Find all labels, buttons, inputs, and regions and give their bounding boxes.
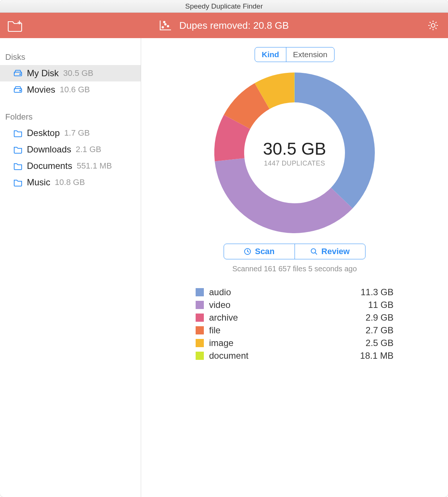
- legend-size: 18.1 MB: [360, 351, 393, 361]
- stats-icon: [159, 20, 172, 31]
- view-mode-segmented: Kind Extension: [255, 47, 335, 62]
- scan-button-label: Scan: [255, 247, 275, 256]
- disk-icon: [13, 69, 22, 77]
- donut-slice-audio[interactable]: [295, 72, 375, 209]
- sidebar-item-label: Downloads: [27, 144, 71, 155]
- svg-point-5: [164, 21, 165, 23]
- legend-swatch: [196, 314, 204, 322]
- sidebar-item-size: 10.8 GB: [55, 178, 85, 187]
- legend-name: video: [209, 300, 363, 310]
- content: Disks My Disk30.5 GBMovies10.6 GB Folder…: [0, 38, 448, 497]
- svg-point-6: [431, 24, 435, 27]
- legend-size: 2.9 GB: [365, 312, 393, 323]
- sidebar-disk-item[interactable]: Movies10.6 GB: [0, 81, 141, 98]
- legend-row[interactable]: image2.5 GB: [196, 337, 393, 349]
- svg-point-2: [162, 27, 164, 28]
- tab-kind[interactable]: Kind: [255, 47, 286, 62]
- tab-extension[interactable]: Extension: [286, 47, 334, 62]
- sidebar-disk-item[interactable]: My Disk30.5 GB: [0, 65, 141, 81]
- legend-size: 11 GB: [368, 300, 393, 310]
- donut-chart: 30.5 GB 1447 DUPLICATES: [211, 69, 379, 237]
- sidebar-item-size: 30.5 GB: [63, 68, 93, 78]
- legend-swatch: [196, 288, 204, 296]
- sidebar-item-size: 2.1 GB: [76, 145, 101, 154]
- gear-icon: [427, 19, 439, 32]
- sidebar-folder-item[interactable]: Downloads2.1 GB: [0, 141, 141, 158]
- legend-name: archive: [209, 312, 360, 323]
- sidebar-item-size: 1.7 GB: [64, 128, 90, 138]
- legend-swatch: [196, 301, 204, 309]
- svg-line-13: [315, 253, 317, 254]
- legend-row[interactable]: document18.1 MB: [196, 349, 393, 362]
- scan-icon: [244, 248, 251, 255]
- legend-name: image: [209, 338, 360, 348]
- donut-slice-video[interactable]: [215, 158, 352, 233]
- legend-row[interactable]: archive2.9 GB: [196, 311, 393, 324]
- legend-swatch: [196, 339, 204, 347]
- sidebar-folder-item[interactable]: Music10.8 GB: [0, 174, 141, 191]
- svg-point-10: [20, 90, 21, 91]
- legend-row[interactable]: audio11.3 GB: [196, 286, 393, 299]
- sidebar: Disks My Disk30.5 GBMovies10.6 GB Folder…: [0, 38, 141, 497]
- sidebar-item-label: Desktop: [27, 128, 60, 138]
- legend-swatch: [196, 352, 204, 360]
- add-folder-icon: [7, 19, 23, 32]
- legend-swatch: [196, 326, 204, 334]
- dupes-removed-label: Dupes removed: 20.8 GB: [179, 20, 289, 31]
- legend-size: 11.3 GB: [361, 287, 393, 297]
- scan-status: Scanned 161 657 files 5 seconds ago: [232, 265, 357, 273]
- legend-name: audio: [209, 287, 355, 297]
- folder-icon: [13, 145, 22, 154]
- settings-button[interactable]: [427, 19, 439, 32]
- window-titlebar: Speedy Duplicate Finder: [0, 0, 448, 13]
- sidebar-item-label: My Disk: [27, 68, 59, 78]
- action-buttons: Scan Review: [224, 244, 365, 259]
- legend: audio11.3 GBvideo11 GBarchive2.9 GBfile2…: [196, 286, 393, 362]
- folder-icon: [13, 129, 22, 137]
- disk-icon: [13, 86, 22, 94]
- legend-name: file: [209, 325, 360, 336]
- svg-point-12: [311, 249, 315, 253]
- legend-row[interactable]: file2.7 GB: [196, 324, 393, 337]
- toolbar: Dupes removed: 20.8 GB: [0, 13, 448, 38]
- legend-size: 2.7 GB: [365, 325, 393, 336]
- sidebar-section-disks: Disks: [0, 45, 141, 65]
- scan-button[interactable]: Scan: [224, 244, 295, 259]
- add-folder-button[interactable]: [7, 19, 23, 32]
- review-button[interactable]: Review: [295, 244, 365, 259]
- sidebar-item-label: Music: [27, 177, 50, 188]
- svg-point-8: [20, 74, 21, 75]
- sidebar-item-label: Documents: [27, 161, 72, 171]
- sidebar-item-size: 551.1 MB: [77, 161, 112, 171]
- window-title: Speedy Duplicate Finder: [185, 2, 263, 10]
- folder-icon: [13, 178, 22, 186]
- folder-icon: [13, 162, 22, 170]
- svg-point-3: [165, 24, 166, 25]
- review-button-label: Review: [321, 247, 350, 256]
- sidebar-folder-item[interactable]: Desktop1.7 GB: [0, 125, 141, 141]
- sidebar-section-folders: Folders: [0, 105, 141, 125]
- svg-point-4: [167, 25, 169, 27]
- sidebar-folder-item[interactable]: Documents551.1 MB: [0, 158, 141, 174]
- main-panel: Kind Extension 30.5 GB 1447 DUPLICATES S…: [141, 38, 448, 497]
- search-icon: [310, 248, 318, 255]
- sidebar-item-label: Movies: [27, 84, 55, 95]
- legend-row[interactable]: video11 GB: [196, 299, 393, 311]
- legend-name: document: [209, 351, 355, 361]
- sidebar-item-size: 10.6 GB: [60, 85, 90, 95]
- legend-size: 2.5 GB: [365, 338, 393, 348]
